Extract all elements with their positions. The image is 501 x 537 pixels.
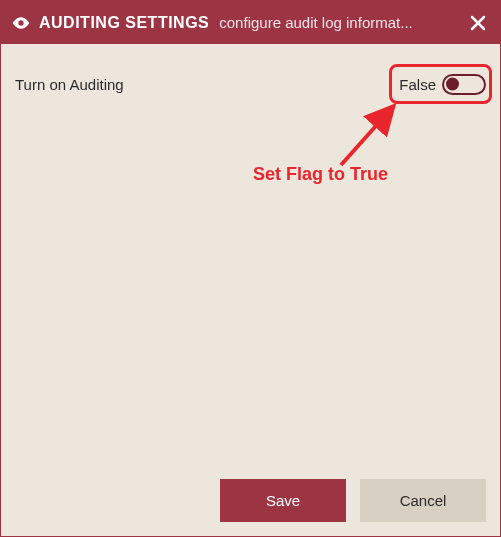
auditing-state-text: False	[399, 76, 436, 93]
svg-point-0	[18, 20, 23, 25]
auditing-label: Turn on Auditing	[15, 76, 124, 93]
dialog-button-bar: Save Cancel	[1, 467, 500, 536]
toggle-knob	[446, 78, 459, 91]
dialog-content: Turn on Auditing False	[1, 44, 500, 467]
eye-icon	[11, 13, 31, 33]
close-button[interactable]	[466, 11, 490, 35]
dialog-subtitle: configure audit log informat...	[219, 14, 454, 31]
auditing-settings-dialog: AUDITING SETTINGS configure audit log in…	[0, 0, 501, 537]
close-icon	[470, 15, 486, 31]
save-button[interactable]: Save	[220, 479, 346, 522]
auditing-toggle-group: False	[399, 74, 486, 95]
cancel-button[interactable]: Cancel	[360, 479, 486, 522]
auditing-toggle[interactable]	[442, 74, 486, 95]
dialog-title: AUDITING SETTINGS	[39, 14, 209, 32]
dialog-titlebar: AUDITING SETTINGS configure audit log in…	[1, 1, 500, 44]
auditing-toggle-row: Turn on Auditing False	[15, 66, 486, 102]
